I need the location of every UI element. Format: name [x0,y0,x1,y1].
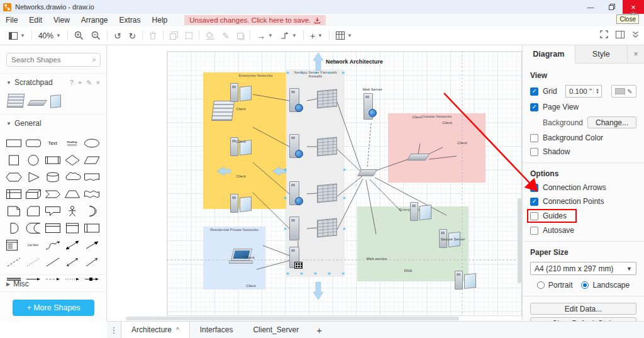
shape-cylinder[interactable] [43,169,62,186]
web-server-icon[interactable] [364,93,373,120]
add-page-button[interactable]: + [309,322,330,338]
grid-size-spinner[interactable]: 0.100 " ▲▼ [565,85,602,98]
change-background-button[interactable]: Change... [587,116,636,128]
shape-list[interactable] [4,237,23,254]
container-outside-networks[interactable]: Outside Networks [388,113,486,183]
view-panels-button[interactable]: ▼ [5,32,29,40]
search-shapes-input[interactable] [6,53,101,67]
undo-button[interactable]: ↺ [110,31,125,41]
shadow-button[interactable] [233,33,247,39]
gateway-server-icon[interactable] [289,247,299,268]
delete-button[interactable] [145,31,160,40]
tab-style[interactable]: Style [575,45,628,63]
shape-arrow[interactable] [82,237,101,254]
firewall-icon[interactable] [317,218,337,238]
menu-arrange[interactable]: Arrange [75,14,114,26]
shape-bidirectional-arrow[interactable] [62,237,82,254]
shape-rectangle[interactable] [4,135,23,152]
shape-triangle[interactable] [23,169,43,186]
scratchpad-shape-server-stack[interactable] [7,94,25,108]
grid-color-button[interactable]: ✎ [611,85,636,98]
line-color-button[interactable]: ✎ [218,31,233,41]
waypoint-style-button[interactable]: ▼ [277,32,301,40]
shape-hexagon[interactable] [4,169,23,186]
menu-view[interactable]: View [48,14,75,26]
edit-data-button[interactable]: Edit Data... [530,303,636,315]
shape-container[interactable] [43,220,62,237]
client-icon[interactable] [410,202,431,223]
firewall-icon[interactable] [317,184,337,203]
landscape-radio[interactable] [581,281,589,289]
misc-section-header[interactable]: ▶ Misc [0,274,106,292]
shape-ellipse[interactable] [82,135,101,152]
shape-rounded-rectangle[interactable] [23,135,43,152]
shape-circle[interactable] [23,152,43,169]
background-color-checkbox[interactable] [530,134,538,142]
menu-help[interactable]: Help [147,14,174,26]
table-button[interactable]: ▼ [332,31,356,40]
shape-process[interactable] [43,152,62,169]
shape-data-storage[interactable] [23,220,43,237]
paper-size-select[interactable]: A4 (210 mm x 297 mm) ▼ [530,262,636,275]
connection-arrows-checkbox[interactable] [530,184,538,192]
shape-step[interactable] [43,186,62,203]
page-tab-client-server[interactable]: Client_Server [243,322,309,338]
autosave-checkbox[interactable] [530,227,538,235]
to-front-button[interactable] [166,31,182,40]
shape-callout[interactable] [43,203,62,220]
fill-color-button[interactable] [202,31,218,40]
shape-dotted-line[interactable] [23,254,43,271]
tab-diagram[interactable]: Diagram [523,45,575,64]
shape-line[interactable] [43,254,62,271]
shape-parallelogram[interactable] [82,152,101,169]
shape-internal-storage[interactable] [4,186,23,203]
general-section-header[interactable]: ▼ General [0,114,106,131]
redo-button[interactable]: ↻ [125,31,140,41]
panel-close-icon[interactable]: × [628,45,644,63]
connection-style-button[interactable]: →▼ [253,31,277,41]
connection-points-checkbox[interactable] [530,198,538,206]
scratchpad-help-icon[interactable]: ? [70,79,74,86]
client-icon[interactable] [455,271,476,292]
unsaved-changes-banner[interactable]: Unsaved changes. Click here to save. [184,15,326,25]
page-tab-architecture[interactable]: Architecture ^ [121,322,190,338]
shape-cube[interactable] [23,186,43,203]
guides-checkbox[interactable] [530,212,538,220]
restore-button[interactable] [601,0,623,14]
shape-bidirectional-connector[interactable] [62,254,82,271]
shape-curve[interactable] [43,237,62,254]
firewall-icon[interactable] [317,137,337,157]
shape-card[interactable] [23,203,43,220]
zoom-in-button[interactable] [70,31,87,40]
diagram-title[interactable]: Network Architecture [326,59,383,65]
xenapp-server-icon[interactable] [289,217,299,240]
scratchpad-edit-icon[interactable]: ✎ [86,79,92,86]
shape-document[interactable] [82,169,101,186]
switch-icon[interactable] [407,154,430,161]
format-panel-toggle-icon[interactable] [616,31,625,38]
shape-list-item[interactable]: List Item [23,237,43,254]
menu-edit[interactable]: Edit [23,14,48,26]
shape-heading[interactable]: Heading [62,135,82,152]
portrait-radio[interactable] [537,281,545,289]
page-view-checkbox[interactable] [530,103,538,111]
shape-note[interactable] [4,203,23,220]
shape-actor[interactable] [62,203,82,220]
collapse-toolbar-icon[interactable] [632,31,639,38]
minimize-button[interactable]: — [580,0,601,14]
client-icon[interactable] [230,194,252,215]
shape-square[interactable] [4,152,23,169]
shadow-checkbox[interactable] [530,148,538,156]
canvas-vertical-scrollbar[interactable] [518,198,521,283]
xenapp-server-icon[interactable] [289,181,299,205]
shape-cloud[interactable] [62,169,82,186]
shape-dashed-line[interactable] [4,254,23,271]
canvas-horizontal-scrollbar[interactable] [126,317,459,320]
shape-horizontal-container[interactable] [82,220,101,237]
scratchpad-close-icon[interactable]: × [96,79,100,86]
menu-extras[interactable]: Extras [114,14,147,26]
client-icon[interactable] [230,83,252,104]
zoom-level-dropdown[interactable]: 40%▼ [35,31,65,40]
firewall-icon[interactable] [317,89,337,109]
tab-menu-caret-icon[interactable]: ^ [176,327,179,334]
